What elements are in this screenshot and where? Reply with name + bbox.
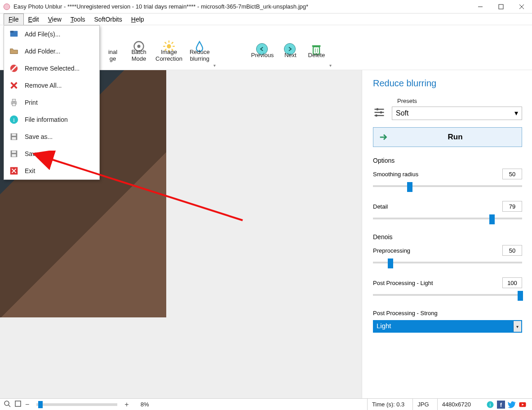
drop-icon <box>193 33 206 46</box>
menu-label: Print <box>25 99 38 106</box>
presets-value: Soft <box>396 109 408 117</box>
menu-file[interactable]: File <box>4 13 24 25</box>
gear-icon <box>133 33 145 46</box>
toolbar-image-correction[interactable]: Image Correction <box>152 25 186 70</box>
toolbar-label: Next <box>284 52 297 58</box>
floppy-icon <box>8 147 20 160</box>
zoom-slider[interactable] <box>36 403 117 406</box>
menu-label: Exit <box>25 167 35 174</box>
printer-icon <box>8 96 20 109</box>
run-icon <box>379 132 389 142</box>
svg-rect-35 <box>12 151 16 153</box>
menu-label: File information <box>25 116 68 123</box>
smoothing-radius-value[interactable]: 50 <box>502 169 522 179</box>
option-label: Detail <box>373 203 388 210</box>
postprocessing-light-slider[interactable] <box>373 291 522 299</box>
info-icon[interactable]: i <box>486 401 494 409</box>
menu-label: Remove Selected... <box>25 65 80 72</box>
preprocessing-slider[interactable] <box>373 258 522 267</box>
smoothing-radius-slider[interactable] <box>373 182 522 190</box>
toolbar-next[interactable]: Next <box>277 25 303 70</box>
trash-icon <box>310 36 323 49</box>
reduce-blurring-panel: Reduce blurring Presets Soft ▾ Run Optio… <box>362 70 532 398</box>
detail-option: Detail 79 <box>373 201 522 223</box>
menu-file-information[interactable]: i File information <box>4 111 99 128</box>
preprocessing-value[interactable]: 50 <box>502 245 522 256</box>
next-icon <box>284 36 297 49</box>
menu-view[interactable]: View <box>44 13 66 25</box>
smoothing-radius-option: Smoothing radius 50 <box>373 169 522 190</box>
svg-point-47 <box>4 401 9 406</box>
svg-rect-49 <box>15 401 21 406</box>
menu-add-folder[interactable]: Add Folder... <box>4 43 99 60</box>
postprocessing-light-value[interactable]: 100 <box>502 277 522 288</box>
svg-point-6 <box>137 45 141 48</box>
app-icon <box>3 3 11 11</box>
menu-remove-all[interactable]: Remove All... <box>4 77 99 94</box>
menu-print[interactable]: Print <box>4 94 99 111</box>
presets-select[interactable]: Soft ▾ <box>392 107 522 120</box>
remove-all-icon <box>8 79 20 92</box>
toolbar-original-image[interactable]: inal ge <box>100 25 126 70</box>
status-time: Time (s): 0.3 <box>367 399 409 410</box>
toolbar-reduce-blurring[interactable]: Reduce blurring <box>186 25 213 70</box>
svg-rect-17 <box>312 45 321 47</box>
svg-rect-2 <box>499 4 503 9</box>
menu-help[interactable]: Help <box>127 13 149 25</box>
option-label: Post Processing - Light <box>373 280 433 286</box>
svg-text:i: i <box>13 117 15 123</box>
menu-label: Add File(s)... <box>25 31 60 38</box>
zoom-in-icon[interactable]: + <box>124 401 129 409</box>
maximize-button[interactable] <box>491 0 511 13</box>
facebook-icon[interactable]: f <box>497 401 505 409</box>
zoom-reset-icon[interactable] <box>4 400 11 409</box>
info-icon: i <box>8 113 20 126</box>
titlebar: Easy Photo Unblur - ****Unregistered ver… <box>0 0 532 13</box>
fit-screen-icon[interactable] <box>14 400 22 409</box>
menu-save-as[interactable]: Save as... <box>4 128 99 145</box>
toolbar-label: Previous <box>251 52 274 58</box>
run-label: Run <box>394 133 516 142</box>
svg-rect-33 <box>12 137 16 140</box>
postprocessing-strong-select[interactable]: Light ▾ <box>373 320 522 333</box>
toolbar-label: Delete <box>308 52 325 58</box>
sliders-icon <box>373 106 386 120</box>
svg-rect-46 <box>376 115 377 117</box>
toolbar-overflow-icon[interactable]: ▾ <box>213 63 217 68</box>
brightness-icon <box>163 33 175 46</box>
menu-softorbits[interactable]: SoftOrbits <box>90 13 127 25</box>
svg-rect-44 <box>377 108 378 111</box>
svg-point-7 <box>167 44 171 48</box>
presets-label: Presets <box>397 98 522 104</box>
svg-line-48 <box>9 405 10 407</box>
option-label: Smoothing radius <box>373 171 418 178</box>
postprocessing-strong-label: Post Processing - Strong <box>373 310 522 316</box>
menu-edit[interactable]: Edit <box>24 13 44 25</box>
close-button[interactable] <box>511 0 532 13</box>
menu-save[interactable]: Save <box>4 145 99 162</box>
toolbar-batch-mode[interactable]: Batch Mode <box>126 25 152 70</box>
zoom-out-icon[interactable]: − <box>25 401 29 409</box>
menu-remove-selected[interactable]: Remove Selected... <box>4 60 99 77</box>
previous-icon <box>256 36 269 49</box>
menu-label: Remove All... <box>25 82 62 89</box>
youtube-icon[interactable] <box>519 401 527 409</box>
detail-value[interactable]: 79 <box>502 201 522 212</box>
svg-rect-45 <box>380 111 382 114</box>
preprocessing-option: Preprocessing 50 <box>373 245 522 267</box>
minimize-button[interactable] <box>470 0 491 13</box>
chevron-down-icon: ▾ <box>514 109 518 117</box>
toolbar-overflow-icon[interactable]: ▾ <box>329 63 333 68</box>
run-button[interactable]: Run <box>373 127 522 147</box>
folder-icon <box>8 45 20 58</box>
detail-slider[interactable] <box>373 214 522 223</box>
menu-add-files[interactable]: Add File(s)... <box>4 26 99 43</box>
twitter-icon[interactable] <box>508 401 516 409</box>
file-add-icon <box>8 28 20 40</box>
toolbar-previous[interactable]: Previous <box>248 25 278 70</box>
toolbar-delete[interactable]: Delete <box>303 25 329 70</box>
panel-title: Reduce blurring <box>373 78 522 89</box>
menu-tools[interactable]: Tools <box>66 13 90 25</box>
menu-exit[interactable]: Exit <box>4 162 99 179</box>
svg-point-0 <box>4 4 10 10</box>
